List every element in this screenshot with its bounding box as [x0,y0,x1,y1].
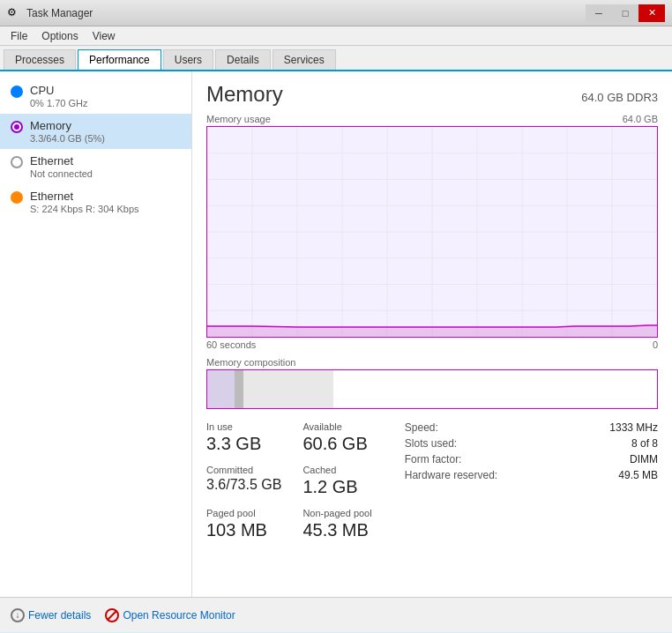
title-bar-left: ⚙ Task Manager [7,6,93,20]
stat-available: Available 60.6 GB [302,421,377,454]
paged-pool-value: 103 MB [206,520,281,540]
stat-cached: Cached 1.2 GB [302,465,377,497]
memory-usage-chart [206,126,658,338]
composition-label: Memory composition [206,357,658,368]
tab-processes[interactable]: Processes [4,49,76,70]
in-use-label: In use [206,421,281,432]
tab-bar: Processes Performance Users Details Serv… [0,46,672,71]
comp-standby [243,370,333,408]
chart-time-start: 60 seconds [206,339,256,350]
memory-sub: 3.3/64.0 GB (5%) [30,133,181,144]
cached-value: 1.2 GB [302,477,377,497]
maximize-button[interactable]: □ [612,4,638,22]
chart-svg [207,127,657,337]
ethernet2-label: Ethernet [30,190,181,203]
app-icon: ⚙ [7,6,21,20]
cpu-sub: 0% 1.70 GHz [30,98,181,108]
speed-value: 1333 MHz [609,421,658,434]
sidebar-item-cpu[interactable]: CPU 0% 1.70 GHz [0,78,191,114]
resource-monitor-label: Open Resource Monitor [123,609,235,622]
slots-stat: Slots used: 8 of 8 [405,437,658,450]
fewer-details-button[interactable]: ↓ Fewer details [11,608,91,622]
committed-label: Committed [206,465,281,475]
chart-label-row: Memory usage 64.0 GB [206,114,658,124]
chart-bottom-labels: 60 seconds 0 [206,339,658,350]
menu-file[interactable]: File [4,28,34,44]
tab-performance[interactable]: Performance [78,49,161,70]
menu-view[interactable]: View [86,28,123,44]
hw-reserved-value: 49.5 MB [618,469,658,481]
slots-label: Slots used: [405,437,457,450]
sidebar-item-ethernet1[interactable]: Ethernet Not connected [0,149,191,184]
left-stats: In use 3.3 GB Available 60.6 GB Committe… [206,421,378,540]
memory-header: Memory 64.0 GB DDR3 [206,82,658,107]
title-bar: ⚙ Task Manager ─ □ ✕ [0,0,672,26]
stat-paged-pool: Paged pool 103 MB [206,508,281,540]
non-paged-pool-label: Non-paged pool [302,508,377,518]
stat-committed: Committed 3.6/73.5 GB [206,465,281,497]
comp-modified [235,370,243,408]
bottom-bar: ↓ Fewer details Open Resource Monitor [0,597,672,632]
ethernet2-sub: S: 224 Kbps R: 304 Kbps [30,204,181,214]
comp-in-use [207,370,235,408]
paged-pool-label: Paged pool [206,508,281,518]
committed-value: 3.6/73.5 GB [206,477,281,493]
minimize-button[interactable]: ─ [586,4,612,22]
comp-free [333,370,648,408]
memory-type: 64.0 GB DDR3 [581,91,658,104]
hw-reserved-stat: Hardware reserved: 49.5 MB [405,469,658,481]
composition-bar [206,369,658,409]
available-value: 60.6 GB [302,434,377,454]
tab-services[interactable]: Services [273,49,336,70]
chart-time-end: 0 [653,339,658,350]
sidebar-item-memory[interactable]: Memory 3.3/64.0 GB (5%) [0,114,191,149]
close-button[interactable]: ✕ [638,4,665,22]
chart-usage-label: Memory usage [206,114,271,124]
main-content: CPU 0% 1.70 GHz Memory 3.3/64.0 GB (5%) … [0,71,672,597]
menu-options[interactable]: Options [34,28,85,44]
tab-users[interactable]: Users [163,49,213,70]
ethernet2-status-dot [11,191,23,204]
tab-details[interactable]: Details [215,49,271,70]
window-title: Task Manager [26,7,93,19]
stat-non-paged-pool: Non-paged pool 45.3 MB [302,508,377,540]
title-controls: ─ □ ✕ [586,4,665,22]
ethernet1-status-dot [11,156,23,168]
open-resource-monitor-button[interactable]: Open Resource Monitor [105,608,235,622]
speed-stat: Speed: 1333 MHz [405,421,658,434]
right-stats-block: Speed: 1333 MHz Slots used: 8 of 8 Form … [405,421,658,540]
memory-status-dot [11,121,23,133]
all-stats: In use 3.3 GB Available 60.6 GB Committe… [206,421,658,540]
available-label: Available [302,421,377,432]
sidebar: CPU 0% 1.70 GHz Memory 3.3/64.0 GB (5%) … [0,71,192,597]
fewer-details-icon: ↓ [11,608,25,622]
cpu-status-dot [11,86,23,98]
form-factor-stat: Form factor: DIMM [405,453,658,465]
memory-label: Memory [30,119,181,132]
slots-value: 8 of 8 [631,437,658,450]
resource-monitor-icon [105,608,119,622]
fewer-details-label: Fewer details [28,609,91,622]
cached-label: Cached [302,465,377,475]
sidebar-item-ethernet2[interactable]: Ethernet S: 224 Kbps R: 304 Kbps [0,184,191,220]
form-factor-value: DIMM [630,453,658,465]
form-factor-label: Form factor: [405,453,462,465]
stat-in-use: In use 3.3 GB [206,421,281,454]
ethernet1-sub: Not connected [30,168,181,179]
memory-usage-chart-section: Memory usage 64.0 GB [206,114,658,350]
speed-label: Speed: [405,421,438,434]
ethernet1-label: Ethernet [30,154,181,168]
memory-title: Memory [206,82,283,107]
right-panel: Memory 64.0 GB DDR3 Memory usage 64.0 GB [192,71,672,597]
in-use-value: 3.3 GB [206,434,281,454]
hw-reserved-label: Hardware reserved: [405,469,497,481]
non-paged-pool-value: 45.3 MB [302,520,377,540]
menu-bar: File Options View [0,26,672,46]
cpu-label: CPU [30,84,181,97]
chart-max-label: 64.0 GB [623,114,658,124]
memory-composition-section: Memory composition [206,357,658,409]
